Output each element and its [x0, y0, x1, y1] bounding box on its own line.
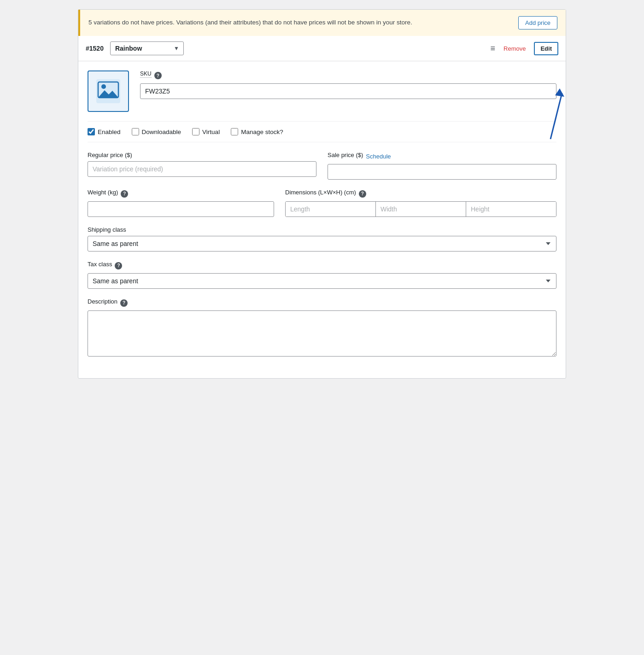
tax-class-help-icon[interactable]: ?	[115, 262, 122, 269]
weight-input[interactable]	[88, 201, 274, 217]
height-input[interactable]	[466, 202, 556, 216]
enabled-checkbox[interactable]	[88, 128, 95, 135]
variation-body: SKU ? Enabled Downloadable Virtual	[78, 61, 566, 378]
shipping-class-section: Shipping class Same as parent No shippin…	[88, 226, 556, 251]
product-image-button[interactable]	[88, 70, 129, 112]
weight-dimensions-row: Weight (kg) ? Dimensions (L×W×H) (cm) ?	[88, 189, 556, 217]
sale-price-label: Sale price ($)	[328, 152, 363, 158]
virtual-label: Virtual	[202, 129, 220, 135]
tax-class-section: Tax class ? Same as parent Standard Redu…	[88, 261, 556, 289]
virtual-checkbox-label[interactable]: Virtual	[192, 128, 220, 135]
variation-id: #1520	[86, 45, 104, 52]
variation-panel: 5 variations do not have prices. Variati…	[78, 9, 566, 379]
sale-price-input[interactable]	[328, 164, 556, 180]
sale-price-label-row: Sale price ($) Schedule	[328, 152, 556, 161]
downloadable-label: Downloadable	[142, 129, 181, 135]
shipping-class-select[interactable]: Same as parent No shipping class	[88, 236, 556, 251]
length-input[interactable]	[286, 202, 376, 216]
notice-banner: 5 variations do not have prices. Variati…	[78, 10, 566, 36]
shipping-class-label: Shipping class	[88, 226, 556, 233]
enabled-label: Enabled	[98, 129, 121, 135]
regular-price-label: Regular price ($)	[88, 152, 316, 158]
dimensions-group: Dimensions (L×W×H) (cm) ?	[285, 189, 556, 217]
downloadable-checkbox[interactable]	[132, 128, 139, 135]
tax-class-select[interactable]: Same as parent Standard Reduced rate Zer…	[88, 273, 556, 289]
weight-label: Weight (kg)	[88, 189, 118, 196]
remove-button[interactable]: Remove	[503, 45, 526, 52]
dimensions-inputs	[285, 201, 556, 217]
regular-price-input[interactable]	[88, 161, 316, 177]
description-section: Description ?	[88, 298, 556, 358]
manage-stock-checkbox[interactable]	[231, 128, 238, 135]
tax-class-label: Tax class	[88, 261, 112, 268]
sku-label: SKU	[140, 70, 152, 78]
checkboxes-row: Enabled Downloadable Virtual Manage stoc…	[88, 121, 556, 142]
weight-help-icon[interactable]: ?	[121, 190, 128, 198]
add-price-button[interactable]: Add price	[518, 16, 557, 29]
downloadable-checkbox-label[interactable]: Downloadable	[132, 128, 181, 135]
description-help-icon[interactable]: ?	[120, 299, 128, 307]
price-row: Regular price ($) Sale price ($) Schedul…	[88, 152, 556, 180]
sale-price-group: Sale price ($) Schedule	[328, 152, 556, 180]
notice-text: 5 variations do not have prices. Variati…	[88, 18, 511, 27]
variation-name-select[interactable]: Rainbow	[110, 41, 184, 55]
hamburger-icon[interactable]: ≡	[491, 44, 496, 53]
edit-button[interactable]: Edit	[534, 42, 558, 55]
sku-section: SKU ?	[140, 70, 556, 99]
enabled-checkbox-label[interactable]: Enabled	[88, 128, 121, 135]
description-textarea[interactable]	[88, 310, 556, 357]
weight-group: Weight (kg) ?	[88, 189, 274, 217]
virtual-checkbox[interactable]	[192, 128, 199, 135]
regular-price-group: Regular price ($)	[88, 152, 316, 180]
dimensions-label: Dimensions (L×W×H) (cm)	[285, 189, 356, 196]
variation-name-select-wrapper: Rainbow ▼	[110, 41, 184, 55]
top-row: SKU ?	[88, 70, 556, 112]
svg-point-4	[101, 84, 106, 89]
variation-header: #1520 Rainbow ▼ ≡ Remove Edit	[78, 36, 566, 61]
sku-help-icon[interactable]: ?	[154, 72, 162, 79]
sku-input[interactable]	[140, 83, 556, 99]
width-input[interactable]	[376, 202, 466, 216]
svg-rect-2	[96, 79, 120, 103]
manage-stock-checkbox-label[interactable]: Manage stock?	[231, 128, 283, 135]
manage-stock-label: Manage stock?	[241, 129, 283, 135]
dimensions-help-icon[interactable]: ?	[359, 190, 366, 198]
image-placeholder-icon	[96, 79, 120, 103]
schedule-link[interactable]: Schedule	[366, 153, 391, 160]
description-label: Description	[88, 298, 117, 305]
